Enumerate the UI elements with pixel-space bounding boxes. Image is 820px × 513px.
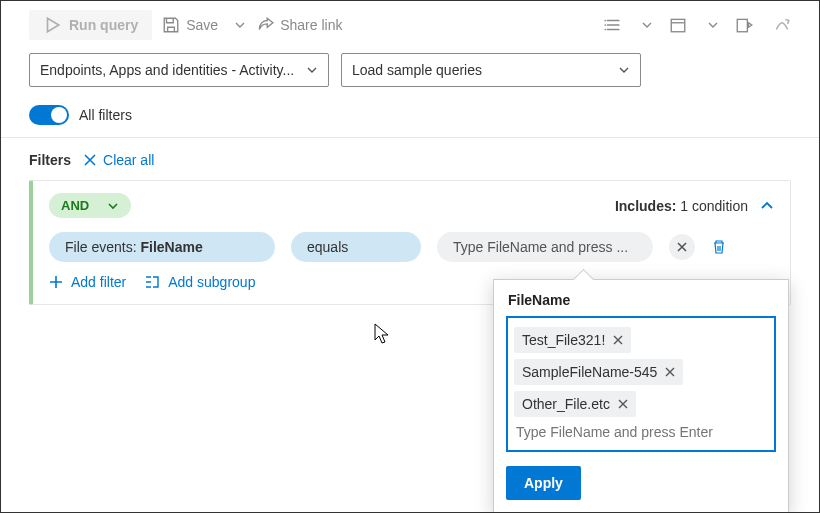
remove-tag-icon[interactable] [613,335,623,345]
chevron-down-icon [306,64,318,76]
value-editor-popup: FileName Test_File321! SampleFileName-54… [493,279,789,513]
bookmark-button[interactable] [735,16,753,34]
chevron-down-icon[interactable] [641,19,653,31]
clear-value-button[interactable] [669,234,695,260]
clear-all-label: Clear all [103,152,154,168]
trash-icon [711,239,727,255]
value-input[interactable] [514,420,768,444]
subgroup-icon [144,274,160,290]
popup-title: FileName [508,292,774,308]
svg-rect-1 [737,19,747,31]
sample-queries-dropdown[interactable]: Load sample queries [341,53,641,87]
run-query-button[interactable]: Run query [29,10,152,40]
value-tag-label: Other_File.etc [522,396,610,412]
sample-queries-label: Load sample queries [352,62,482,78]
run-icon [43,16,61,34]
clear-all-button[interactable]: Clear all [83,152,154,168]
share-button[interactable]: Share link [256,16,342,34]
close-icon [675,240,689,254]
filter-operator-pill[interactable]: equals [291,232,421,262]
all-filters-label: All filters [79,107,132,123]
filter-field-name: FileName [140,239,202,255]
chevron-down-icon [618,64,630,76]
bookmark-icon [735,16,753,34]
all-filters-toggle[interactable] [29,105,69,125]
value-tag[interactable]: Other_File.etc [514,391,636,417]
filter-value-placeholder: Type FileName and press ... [453,239,628,255]
filter-value-pill[interactable]: Type FileName and press ... [437,232,653,262]
plus-icon [49,275,63,289]
svg-rect-0 [671,19,685,31]
value-tag-label: Test_File321! [522,332,605,348]
save-label: Save [186,17,218,33]
save-button[interactable]: Save [162,16,246,34]
filter-operator-label: equals [307,239,348,255]
value-combobox[interactable]: Test_File321! SampleFileName-545 Other_F… [506,316,776,452]
share-icon [256,16,274,34]
add-subgroup-label: Add subgroup [168,274,255,290]
calendar-icon [669,16,687,34]
save-icon [162,16,180,34]
list-view-button[interactable] [603,16,621,34]
delete-filter-button[interactable] [711,239,727,255]
apply-button[interactable]: Apply [506,466,581,500]
chevron-down-icon [107,200,119,212]
run-query-label: Run query [69,17,138,33]
cursor-icon [374,323,390,345]
logic-operator-label: AND [61,198,89,213]
value-tag[interactable]: Test_File321! [514,327,631,353]
divider [1,137,819,138]
collapse-button[interactable] [760,199,774,213]
share-label: Share link [280,17,342,33]
add-filter-label: Add filter [71,274,126,290]
add-filter-button[interactable]: Add filter [49,274,126,290]
rule-button[interactable] [773,16,791,34]
add-subgroup-button[interactable]: Add subgroup [144,274,255,290]
date-button[interactable] [669,16,687,34]
chevron-down-icon [234,19,246,31]
value-tag[interactable]: SampleFileName-545 [514,359,683,385]
value-tag-label: SampleFileName-545 [522,364,657,380]
includes-value: 1 condition [680,198,748,214]
chevron-up-icon [760,199,774,213]
scope-label: Endpoints, Apps and identities - Activit… [40,62,294,78]
list-icon [603,16,621,34]
filters-title: Filters [29,152,71,168]
includes-label: Includes: [615,198,676,214]
remove-tag-icon[interactable] [618,399,628,409]
filter-field-pill[interactable]: File events: FileName [49,232,275,262]
scope-dropdown[interactable]: Endpoints, Apps and identities - Activit… [29,53,329,87]
chevron-down-icon[interactable] [707,19,719,31]
rule-icon [773,16,791,34]
logic-operator-dropdown[interactable]: AND [49,193,131,218]
close-icon [83,153,97,167]
filter-field-prefix: File events: [65,239,140,255]
remove-tag-icon[interactable] [665,367,675,377]
